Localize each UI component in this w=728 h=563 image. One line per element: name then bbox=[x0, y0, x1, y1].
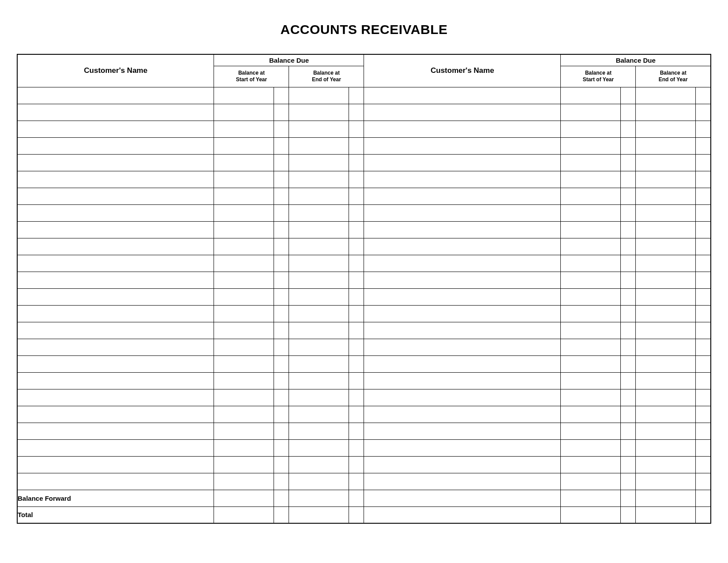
table-cell bbox=[214, 87, 274, 104]
table-cell bbox=[274, 473, 289, 490]
table-cell bbox=[696, 238, 711, 255]
table-row bbox=[17, 288, 711, 305]
table-cell bbox=[364, 322, 561, 339]
table-cell bbox=[214, 238, 274, 255]
col-header-customer-name-left: Customer's Name bbox=[17, 54, 214, 87]
table-cell bbox=[17, 255, 214, 272]
table-cell bbox=[274, 87, 289, 104]
table-cell bbox=[274, 255, 289, 272]
table-cell bbox=[289, 456, 349, 473]
table-cell bbox=[561, 406, 621, 423]
table-cell bbox=[289, 221, 349, 238]
table-cell bbox=[364, 238, 561, 255]
table-cell bbox=[621, 272, 636, 288]
table-row bbox=[17, 221, 711, 238]
table-cell bbox=[364, 339, 561, 355]
table-cell bbox=[696, 473, 711, 490]
table-footer: Balance Forward Total bbox=[17, 490, 711, 523]
table-cell bbox=[364, 355, 561, 372]
table-row bbox=[17, 87, 711, 104]
table-cell bbox=[364, 121, 561, 137]
table-cell bbox=[349, 439, 364, 456]
table-cell bbox=[561, 389, 621, 406]
table-cell bbox=[636, 272, 696, 288]
table-cell bbox=[214, 372, 274, 389]
table-cell bbox=[349, 188, 364, 204]
table-cell bbox=[636, 423, 696, 439]
table-cell bbox=[274, 372, 289, 389]
table-cell bbox=[561, 171, 621, 188]
table-cell bbox=[274, 355, 289, 372]
table-row bbox=[17, 423, 711, 439]
table-row bbox=[17, 322, 711, 339]
table-row bbox=[17, 104, 711, 121]
table-cell bbox=[289, 355, 349, 372]
table-cell bbox=[636, 355, 696, 372]
table-row bbox=[17, 255, 711, 272]
table-cell bbox=[214, 288, 274, 305]
table-cell bbox=[364, 154, 561, 171]
table-cell bbox=[696, 221, 711, 238]
table-cell bbox=[274, 204, 289, 221]
table-cell bbox=[17, 188, 214, 204]
table-cell bbox=[696, 305, 711, 322]
table-cell bbox=[17, 406, 214, 423]
table-cell bbox=[349, 322, 364, 339]
table-row bbox=[17, 171, 711, 188]
table-cell bbox=[349, 456, 364, 473]
table-cell bbox=[696, 188, 711, 204]
table-cell bbox=[274, 221, 289, 238]
table-cell bbox=[621, 221, 636, 238]
table-body bbox=[17, 87, 711, 490]
table-cell bbox=[636, 288, 696, 305]
table-cell bbox=[289, 473, 349, 490]
table-cell bbox=[696, 171, 711, 188]
table-cell bbox=[636, 389, 696, 406]
table-cell bbox=[636, 221, 696, 238]
table-cell bbox=[214, 171, 274, 188]
table-cell bbox=[214, 389, 274, 406]
table-cell bbox=[561, 104, 621, 121]
table-cell bbox=[214, 439, 274, 456]
table-cell bbox=[289, 305, 349, 322]
table-cell bbox=[289, 322, 349, 339]
table-cell bbox=[561, 322, 621, 339]
table-cell bbox=[274, 121, 289, 137]
table-cell bbox=[561, 305, 621, 322]
col-header-balance-start-left: Balance atStart of Year bbox=[214, 66, 289, 87]
table-cell bbox=[214, 355, 274, 372]
table-row bbox=[17, 406, 711, 423]
table-cell bbox=[636, 104, 696, 121]
table-cell bbox=[561, 423, 621, 439]
table-cell bbox=[214, 204, 274, 221]
table-cell bbox=[561, 154, 621, 171]
table-cell bbox=[289, 238, 349, 255]
table-cell bbox=[696, 456, 711, 473]
table-cell bbox=[274, 272, 289, 288]
table-cell bbox=[274, 406, 289, 423]
table-cell bbox=[621, 372, 636, 389]
table-cell bbox=[561, 355, 621, 372]
table-cell bbox=[636, 87, 696, 104]
table-cell bbox=[636, 456, 696, 473]
table-cell bbox=[364, 171, 561, 188]
table-cell bbox=[696, 87, 711, 104]
table-cell bbox=[289, 439, 349, 456]
table-cell bbox=[214, 272, 274, 288]
table-cell bbox=[364, 137, 561, 154]
table-cell bbox=[621, 456, 636, 473]
table-cell bbox=[17, 288, 214, 305]
table-cell bbox=[17, 87, 214, 104]
table-cell bbox=[561, 204, 621, 221]
total-row: Total bbox=[17, 506, 711, 523]
table-cell bbox=[364, 87, 561, 104]
table-row bbox=[17, 188, 711, 204]
table-cell bbox=[214, 423, 274, 439]
table-cell bbox=[561, 473, 621, 490]
table-cell bbox=[289, 204, 349, 221]
table-cell bbox=[621, 322, 636, 339]
table-cell bbox=[289, 87, 349, 104]
table-cell bbox=[349, 121, 364, 137]
table-cell bbox=[349, 389, 364, 406]
table-cell bbox=[17, 339, 214, 355]
